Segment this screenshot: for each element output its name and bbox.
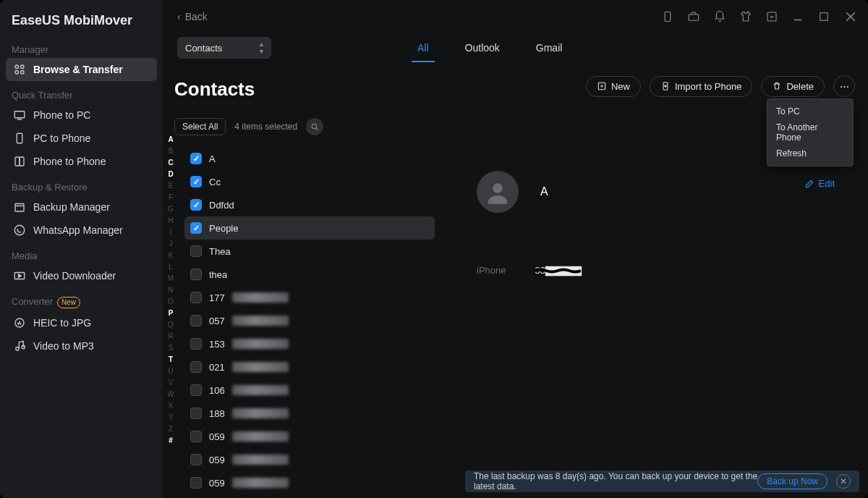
contact-row[interactable]: Ddfdd xyxy=(184,193,435,216)
sidebar-item-heic-to-jpg[interactable]: HEIC to JPG xyxy=(6,311,157,334)
contact-row[interactable]: 057 xyxy=(184,309,435,332)
phones-icon xyxy=(13,155,26,168)
alpha-index-N[interactable]: N xyxy=(168,284,173,295)
sidebar-item-browse-transfer[interactable]: Browse & Transfer xyxy=(6,58,157,81)
alpha-index-T[interactable]: T xyxy=(169,353,173,365)
alpha-index-Y[interactable]: Y xyxy=(169,411,174,423)
minimize-icon[interactable] xyxy=(791,10,804,23)
contact-row[interactable]: 153 xyxy=(184,332,435,355)
alpha-index-G[interactable]: G xyxy=(168,203,174,214)
alpha-index-R[interactable]: R xyxy=(168,330,173,342)
checkbox[interactable] xyxy=(190,338,202,350)
contact-row[interactable]: thea xyxy=(184,263,435,286)
mp3-icon xyxy=(13,339,26,353)
checkbox[interactable] xyxy=(190,384,202,396)
checkbox[interactable] xyxy=(190,361,202,373)
alpha-index-C[interactable]: C xyxy=(168,156,173,168)
tab-outlook[interactable]: Outlook xyxy=(464,36,501,59)
contact-name-label: 153 xyxy=(209,339,225,350)
close-icon[interactable] xyxy=(843,9,858,24)
dropdown-icon[interactable] xyxy=(765,10,778,23)
checkbox[interactable] xyxy=(190,153,202,164)
contact-name-label: Thea xyxy=(209,246,231,257)
checkbox[interactable] xyxy=(190,431,202,442)
category-dropdown[interactable]: Contacts ▴▾ xyxy=(177,37,271,59)
bell-icon[interactable] xyxy=(713,10,726,23)
alpha-index-P[interactable]: P xyxy=(169,307,174,318)
checkbox[interactable] xyxy=(190,176,202,187)
select-all-button[interactable]: Select All xyxy=(174,118,226,135)
phone-icon[interactable] xyxy=(661,10,674,23)
contact-row[interactable]: 059 xyxy=(184,471,435,494)
sidebar-item-backup-manager[interactable]: Backup Manager xyxy=(6,195,157,219)
contact-row[interactable]: Cc xyxy=(184,170,435,193)
sidebar-item-video-to-mp3[interactable]: Video to MP3 xyxy=(6,334,157,358)
banner-close-button[interactable]: ✕ xyxy=(836,474,851,489)
contact-row[interactable]: 059 xyxy=(184,448,435,471)
alpha-index-B[interactable]: B xyxy=(169,145,174,156)
svg-point-2 xyxy=(15,71,19,75)
monitor-icon xyxy=(13,109,26,122)
selection-status: 4 items selected xyxy=(234,122,297,132)
checkbox[interactable] xyxy=(190,292,202,303)
alpha-index-H[interactable]: H xyxy=(168,214,173,226)
redacted-text xyxy=(232,339,289,349)
alpha-index-#[interactable]: # xyxy=(169,434,173,446)
checkbox[interactable] xyxy=(190,269,202,280)
alpha-index-Z[interactable]: Z xyxy=(169,423,173,434)
alpha-index-S[interactable]: S xyxy=(169,342,174,353)
alpha-index-Q[interactable]: Q xyxy=(168,318,174,330)
sidebar-item-pc-to-phone[interactable]: PC to Phone xyxy=(6,127,157,150)
redacted-text xyxy=(232,455,289,465)
alpha-index-F[interactable]: F xyxy=(169,191,173,203)
search-button[interactable] xyxy=(306,118,323,135)
sidebar: EaseUS MobiMover ManagerBrowse & Transfe… xyxy=(0,0,163,498)
alpha-index-E[interactable]: E xyxy=(169,180,174,191)
tab-gmail[interactable]: Gmail xyxy=(535,36,564,59)
alpha-index-O[interactable]: O xyxy=(168,295,174,307)
contact-row[interactable]: 177 xyxy=(184,286,435,309)
sidebar-item-video-downloader[interactable]: Video Downloader xyxy=(6,264,157,287)
sidebar-item-phone-to-pc[interactable]: Phone to PC xyxy=(6,104,157,127)
svg-point-11 xyxy=(14,225,25,235)
tab-all[interactable]: All xyxy=(416,36,430,59)
alpha-index-V[interactable]: V xyxy=(169,376,174,388)
checkbox[interactable] xyxy=(190,222,202,234)
contact-row[interactable]: A xyxy=(184,147,435,170)
alpha-index-L[interactable]: L xyxy=(169,261,173,272)
alpha-index-X[interactable]: X xyxy=(169,400,174,411)
alpha-index-K[interactable]: K xyxy=(169,249,174,261)
alpha-index-A[interactable]: A xyxy=(168,133,173,145)
contact-row[interactable]: People xyxy=(184,216,435,240)
sidebar-item-label: Phone to Phone xyxy=(33,156,106,167)
alpha-index-W[interactable]: W xyxy=(167,388,174,400)
svg-rect-6 xyxy=(17,133,22,143)
shirt-icon[interactable] xyxy=(739,10,752,23)
back-button[interactable]: ‹ Back xyxy=(177,11,208,22)
grid-icon xyxy=(13,63,26,76)
sidebar-item-label: PC to Phone xyxy=(33,132,90,144)
contact-row[interactable]: 021 xyxy=(184,355,435,379)
toolbox-icon[interactable] xyxy=(687,10,700,23)
contact-row[interactable]: 188 xyxy=(184,402,435,425)
checkbox[interactable] xyxy=(190,315,202,326)
checkbox[interactable] xyxy=(190,454,202,465)
alpha-index-D[interactable]: D xyxy=(168,168,173,180)
maximize-icon[interactable] xyxy=(817,10,830,23)
checkbox[interactable] xyxy=(190,408,202,419)
sidebar-item-whatsapp-manager[interactable]: WhatsApp Manager xyxy=(6,219,157,242)
alpha-index-I[interactable]: I xyxy=(170,226,172,237)
redacted-text xyxy=(232,408,289,418)
checkbox[interactable] xyxy=(190,477,202,489)
alpha-index-J[interactable]: J xyxy=(169,237,173,249)
contact-row[interactable]: 059 xyxy=(184,425,435,448)
contact-row[interactable]: Thea xyxy=(184,240,435,263)
checkbox[interactable] xyxy=(190,199,202,211)
backup-now-button[interactable]: Back up Now xyxy=(757,473,827,489)
edit-button[interactable]: Edit xyxy=(804,178,835,189)
sidebar-item-phone-to-phone[interactable]: Phone to Phone xyxy=(6,150,157,173)
contact-row[interactable]: 106 xyxy=(184,379,435,402)
alpha-index-U[interactable]: U xyxy=(168,365,173,376)
alpha-index-M[interactable]: M xyxy=(168,272,174,284)
checkbox[interactable] xyxy=(190,245,202,257)
